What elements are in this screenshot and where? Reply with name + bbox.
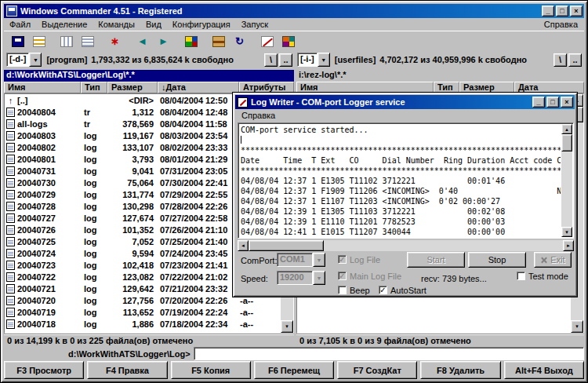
alt-f4-exit-button[interactable]: Alt+F4 Выход [504, 361, 584, 379]
file-size: 1,312 [108, 108, 158, 117]
left-drive-select[interactable]: [-d-] ▼ [6, 53, 42, 67]
dropdown-icon[interactable]: ▼ [29, 53, 42, 67]
toolbar-separator [125, 32, 132, 50]
right-root-button[interactable]: \ [554, 53, 567, 67]
scroll-up-icon[interactable]: ▲ [561, 124, 572, 134]
f8-delete-button[interactable]: F8 Удалить [420, 361, 500, 379]
file-type: log [82, 272, 108, 282]
file-name: 20040730 [17, 178, 56, 188]
dialog-menu-item-help[interactable]: Справка [236, 110, 281, 121]
file-icon [6, 284, 15, 294]
file-name: 20040722 [17, 272, 56, 282]
log-output-area[interactable]: COM-port service started...*************… [238, 122, 574, 239]
menu-item[interactable]: Команды [93, 19, 140, 30]
scroll-down-icon[interactable]: ▼ [561, 227, 572, 237]
file-name: 20040802 [17, 143, 56, 152]
file-size: 9,594 [108, 249, 158, 258]
edit-button[interactable] [256, 32, 278, 50]
autostart-checkbox[interactable]: ✓ AutoStart [379, 285, 426, 295]
log-file-checkbox[interactable]: ✓ Log File [338, 254, 380, 264]
full-view-button[interactable] [77, 32, 98, 50]
left-root-button[interactable]: \ [264, 53, 278, 67]
scroll-thumb[interactable] [561, 134, 572, 151]
log-horizontal-scrollbar[interactable]: ◄ ► [238, 240, 574, 251]
file-size: 101,352 [108, 225, 158, 235]
command-input[interactable] [194, 347, 584, 360]
right-updir-button[interactable]: .. [568, 53, 582, 67]
scroll-down-icon[interactable]: ▼ [571, 320, 583, 333]
f7-mkdir-button[interactable]: F7 СоздКат [337, 361, 417, 379]
menu-item[interactable]: Запуск [236, 19, 274, 30]
dialog-minimize-button[interactable]: _ [532, 97, 545, 108]
column-header[interactable]: Размер [107, 82, 158, 93]
file-date: 07/29/2004 22:55 [158, 190, 240, 199]
log-line: 04/08/04 12:37 1 E1305 T11102 3712221 00… [241, 176, 561, 186]
scroll-left-icon[interactable]: ◄ [238, 240, 249, 251]
log-line: Date Time T Ext CO Dial Number Ring Dura… [241, 155, 561, 166]
log-line [241, 135, 561, 145]
stop-button[interactable]: Stop [468, 252, 526, 268]
column-header[interactable]: Имя [4, 82, 81, 93]
file-name-cell: 20040721 [5, 284, 82, 294]
right-drive-select[interactable]: [-i-] ▼ [297, 53, 330, 67]
left-updir-button[interactable]: .. [279, 53, 292, 67]
refresh-button[interactable]: ↻ [229, 32, 250, 50]
comport-select[interactable]: COM1 ▼ [277, 253, 325, 267]
app-icon[interactable] [6, 5, 17, 16]
f4-edit-button[interactable]: F4 Правка [87, 361, 167, 379]
f6-move-button[interactable]: F6 Перемещ [254, 361, 334, 379]
pack-button[interactable] [208, 32, 229, 50]
dialog-menu-bar: Справка [236, 109, 574, 121]
file-date: 08/04/2004 12:48 [158, 108, 240, 117]
back-button[interactable]: ◄ [132, 32, 153, 50]
file-row[interactable]: 20040718log1,88607/18/2004 22:34-a-- [5, 318, 281, 330]
start-button[interactable]: Start [407, 252, 465, 268]
f3-view-button[interactable]: F3 Просмотр [4, 361, 84, 379]
column-header[interactable]: Тип [81, 82, 107, 93]
right-path-bar[interactable]: i:\rez-log\*.* [296, 70, 584, 82]
scroll-thumb[interactable] [249, 240, 324, 251]
file-name-cell: 20040726 [5, 225, 82, 235]
dialog-maximize-button[interactable]: □ [546, 97, 559, 108]
exit-button[interactable]: Exit [534, 252, 572, 268]
file-type: log [82, 296, 108, 305]
beep-checkbox[interactable]: ✓ Beep [338, 285, 370, 295]
toolbar-separator [98, 32, 104, 50]
disk-icon [12, 36, 24, 47]
f5-copy-button[interactable]: F5 Копия [171, 361, 251, 379]
file-date: 07/30/2004 22:41 [158, 178, 240, 188]
file-size: 75,064 [108, 178, 158, 188]
brief-view-button[interactable] [56, 32, 77, 50]
tree-button[interactable] [28, 32, 49, 50]
scroll-down-icon[interactable]: ▼ [281, 320, 293, 333]
file-size: 130,298 [108, 202, 158, 211]
scroll-right-icon[interactable]: ► [563, 240, 574, 251]
menu-item[interactable]: Вид [140, 19, 167, 30]
test-mode-checkbox[interactable]: ✓ Test mode [517, 271, 568, 281]
file-row[interactable]: 20040719log113,65207/19/2004 22:24-a-- [5, 306, 281, 318]
menu-item-help[interactable]: Справка [538, 19, 584, 30]
disk-button[interactable] [7, 32, 28, 50]
close-button[interactable]: × [570, 5, 583, 16]
menu-item[interactable]: Файл [4, 19, 36, 30]
dialog-titlebar[interactable]: Log Writer - COM-port Logger service _ □… [235, 95, 575, 109]
file-name-cell: all-logs [5, 119, 82, 129]
main-log-file-checkbox[interactable]: ✓ Main Log File [338, 271, 401, 281]
multi-rename-button[interactable] [278, 32, 299, 50]
column-header[interactable]: ↓Дата [158, 82, 239, 93]
minimize-button[interactable]: _ [542, 5, 554, 16]
menu-bar: ФайлВыделениеКомандыВидКонфигурацияЗапус… [4, 18, 584, 31]
dialog-close-button[interactable]: × [561, 97, 573, 108]
network-button[interactable] [180, 32, 201, 50]
maximize-button[interactable]: □ [556, 5, 568, 16]
log-vertical-scrollbar[interactable]: ▲ ▼ [561, 124, 572, 237]
menu-item[interactable]: Выделение [36, 19, 93, 30]
file-date: 08/04/2004 12:50 [158, 96, 240, 105]
forward-button[interactable]: ► [153, 32, 174, 50]
left-path-bar[interactable]: d:\WorkWithATS\Logger\Log\*.* [4, 70, 294, 82]
select-group-button[interactable]: ∗ [104, 32, 125, 50]
dropdown-icon[interactable]: ▼ [318, 53, 330, 67]
main-titlebar[interactable]: Windows Commander 4.51 - Registered _ □ … [4, 4, 584, 18]
speed-select[interactable]: 19200 ▼ [277, 271, 325, 285]
menu-item[interactable]: Конфигурация [167, 19, 236, 30]
